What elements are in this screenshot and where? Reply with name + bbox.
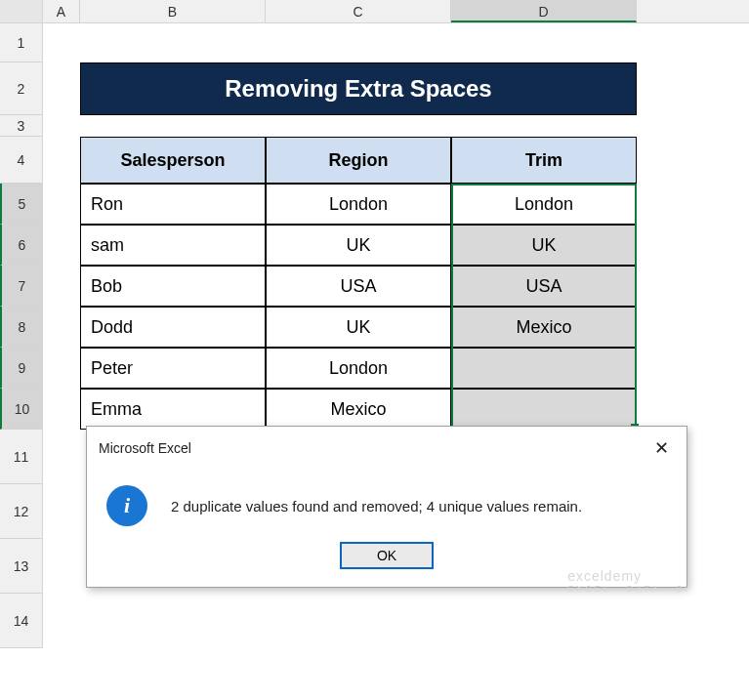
- cell-region[interactable]: UK: [266, 307, 451, 348]
- cell-trim[interactable]: USA: [451, 266, 637, 307]
- message-dialog: Microsoft Excel ✕ i 2 duplicate values f…: [86, 426, 687, 588]
- col-header-c[interactable]: C: [266, 0, 451, 22]
- title-banner: Removing Extra Spaces: [80, 62, 637, 115]
- cell-salesperson[interactable]: Emma: [80, 389, 266, 430]
- dialog-message: 2 duplicate values found and removed; 4 …: [171, 498, 582, 515]
- table-row: RonLondonLondon: [80, 184, 637, 225]
- table-row: EmmaMexico: [80, 389, 637, 430]
- cell-trim[interactable]: UK: [451, 225, 637, 266]
- cell-trim[interactable]: [451, 348, 637, 389]
- row-header-5[interactable]: 5: [0, 184, 43, 225]
- row-header-12[interactable]: 12: [0, 484, 43, 539]
- cell-region[interactable]: Mexico: [266, 389, 451, 430]
- cell-trim[interactable]: Mexico: [451, 307, 637, 348]
- cell-salesperson[interactable]: sam: [80, 225, 266, 266]
- ok-button[interactable]: OK: [340, 542, 434, 569]
- header-trim[interactable]: Trim: [451, 137, 637, 184]
- table-header-row: Salesperson Region Trim: [80, 137, 637, 184]
- table-row: BobUSAUSA: [80, 266, 637, 307]
- info-icon: i: [106, 485, 147, 526]
- table-row: PeterLondon: [80, 348, 637, 389]
- cell-trim[interactable]: London: [451, 184, 637, 225]
- row-header-3[interactable]: 3: [0, 115, 43, 137]
- cell-trim[interactable]: [451, 389, 637, 430]
- cell-salesperson[interactable]: Dodd: [80, 307, 266, 348]
- table-row: DoddUKMexico: [80, 307, 637, 348]
- col-header-b[interactable]: B: [80, 0, 266, 22]
- row-header-10[interactable]: 10: [0, 389, 43, 430]
- row-header-4[interactable]: 4: [0, 137, 43, 184]
- header-region[interactable]: Region: [266, 137, 451, 184]
- spreadsheet: A B C D 1 2 3 4 5 6 7 8 9 10 11 12 13 14…: [0, 0, 749, 648]
- title-text: Removing Extra Spaces: [225, 75, 491, 103]
- cell-salesperson[interactable]: Peter: [80, 348, 266, 389]
- cell-salesperson[interactable]: Bob: [80, 266, 266, 307]
- cell-region[interactable]: London: [266, 348, 451, 389]
- header-salesperson[interactable]: Salesperson: [80, 137, 266, 184]
- select-all-corner[interactable]: [0, 0, 43, 22]
- row-header-11[interactable]: 11: [0, 430, 43, 484]
- row-header-2[interactable]: 2: [0, 62, 43, 115]
- row-header-14[interactable]: 14: [0, 594, 43, 648]
- close-icon[interactable]: ✕: [647, 434, 675, 462]
- cell-region[interactable]: London: [266, 184, 451, 225]
- cell-region[interactable]: UK: [266, 225, 451, 266]
- row-headers: 1 2 3 4 5 6 7 8 9 10 11 12 13 14: [0, 23, 43, 648]
- cell-salesperson[interactable]: Ron: [80, 184, 266, 225]
- col-header-a[interactable]: A: [43, 0, 80, 22]
- dialog-title: Microsoft Excel: [99, 440, 191, 456]
- row-header-13[interactable]: 13: [0, 539, 43, 594]
- cell-region[interactable]: USA: [266, 266, 451, 307]
- data-table: Salesperson Region Trim RonLondonLondons…: [80, 137, 637, 430]
- row-header-9[interactable]: 9: [0, 348, 43, 389]
- table-row: samUKUK: [80, 225, 637, 266]
- row-header-1[interactable]: 1: [0, 23, 43, 62]
- row-header-6[interactable]: 6: [0, 225, 43, 266]
- row-header-8[interactable]: 8: [0, 307, 43, 348]
- row-header-7[interactable]: 7: [0, 266, 43, 307]
- column-headers: A B C D: [0, 0, 749, 23]
- col-header-d[interactable]: D: [451, 0, 637, 22]
- dialog-titlebar: Microsoft Excel ✕: [87, 427, 687, 470]
